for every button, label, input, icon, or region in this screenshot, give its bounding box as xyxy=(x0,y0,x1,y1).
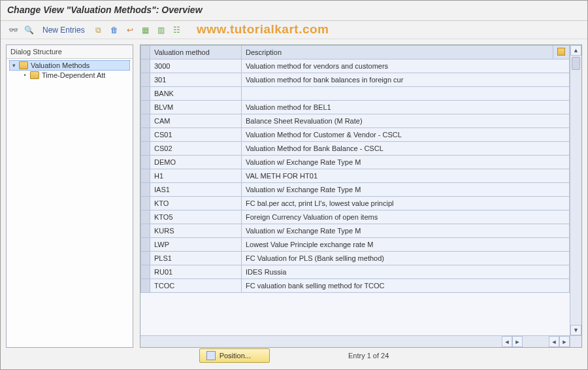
table-row[interactable]: CAMBalance Sheet Revaluation (M Rate) xyxy=(141,114,570,128)
row-selector[interactable] xyxy=(141,101,150,114)
cell-description[interactable]: Valuation Method for Bank Balance - CSCL xyxy=(242,142,570,156)
scroll-last-button[interactable]: ► xyxy=(559,336,570,347)
row-selector[interactable] xyxy=(141,252,150,265)
row-selector[interactable] xyxy=(141,128,150,142)
scroll-down-button[interactable]: ▼ xyxy=(570,325,581,335)
cell-method[interactable]: KTO xyxy=(150,197,242,210)
cell-method[interactable]: RU01 xyxy=(150,265,242,279)
cell-description[interactable]: Valuation w/ Exchange Rate Type M xyxy=(242,224,570,238)
cell-description[interactable]: Balance Sheet Revaluation (M Rate) xyxy=(242,114,570,128)
scroll-left-button[interactable]: ◄ xyxy=(502,336,512,347)
table-row[interactable]: RU01IDES Russia xyxy=(141,265,570,279)
table-row[interactable]: 3000Valuation method for vendors and cus… xyxy=(141,59,570,73)
main-content: Dialog Structure ▾ Valuation Methods • T… xyxy=(1,39,587,353)
print-icon[interactable]: ☷ xyxy=(171,24,183,36)
cell-description[interactable]: FC bal.per acct, print LI's, lowest valu… xyxy=(242,197,570,210)
cell-method[interactable]: CAM xyxy=(150,114,242,128)
scroll-up-button[interactable]: ▲ xyxy=(570,45,581,56)
scroll-right-button[interactable]: ► xyxy=(512,336,523,347)
column-header-method[interactable]: Valuation method xyxy=(150,46,242,59)
row-selector[interactable] xyxy=(141,142,150,156)
row-selector[interactable] xyxy=(141,73,150,87)
table-row[interactable]: KTO5Foreign Currency Valuation of open i… xyxy=(141,210,570,224)
column-header-description[interactable]: Description xyxy=(242,46,553,59)
row-selector[interactable] xyxy=(141,114,150,128)
row-selector[interactable] xyxy=(141,183,150,197)
cell-description[interactable]: FC valuation bank selling method for TCO… xyxy=(242,279,570,293)
delete-icon[interactable]: 🗑 xyxy=(108,24,120,36)
tree-node-label: Valuation Methods xyxy=(31,61,90,69)
table-row[interactable]: TCOCFC valuation bank selling method for… xyxy=(141,279,570,293)
find-icon[interactable]: 🔍 xyxy=(23,24,35,36)
cell-method[interactable]: TCOC xyxy=(150,279,242,293)
tree-node-valuation-methods[interactable]: ▾ Valuation Methods xyxy=(9,60,130,71)
cell-method[interactable]: BANK xyxy=(150,87,242,101)
copy-icon[interactable]: ⧉ xyxy=(93,24,105,36)
cell-method[interactable]: IAS1 xyxy=(150,183,242,197)
position-icon xyxy=(206,351,216,360)
row-selector[interactable] xyxy=(141,279,150,293)
vertical-scrollbar[interactable]: ▲ ▼ xyxy=(570,45,581,335)
row-selector-header[interactable] xyxy=(141,46,150,59)
cell-description[interactable]: Valuation w/ Exchange Rate Type M xyxy=(242,183,570,197)
table-row[interactable]: LWPLowest Value Principle exchange rate … xyxy=(141,238,570,252)
cell-method[interactable]: CS02 xyxy=(150,142,242,156)
table-row[interactable]: BLVMValuation method for BEL1 xyxy=(141,101,570,114)
cell-method[interactable]: LWP xyxy=(150,238,242,252)
cell-description[interactable]: Lowest Value Principle exchange rate M xyxy=(242,238,570,252)
cell-method[interactable]: BLVM xyxy=(150,101,242,114)
deselect-all-icon[interactable]: ▥ xyxy=(155,24,167,36)
cell-description[interactable]: Valuation method for bank balances in fo… xyxy=(242,73,570,87)
cell-description[interactable] xyxy=(242,87,570,101)
position-button[interactable]: Position... xyxy=(199,348,270,363)
cell-method[interactable]: KURS xyxy=(150,224,242,238)
cell-description[interactable]: Valuation w/ Exchange Rate Type M xyxy=(242,156,570,169)
row-selector[interactable] xyxy=(141,224,150,238)
cell-method[interactable]: PLS1 xyxy=(150,252,242,265)
cell-description[interactable]: Valuation method for BEL1 xyxy=(242,101,570,114)
horizontal-scrollbar[interactable]: ◄ ► ◄ ► xyxy=(140,335,570,347)
cell-method[interactable]: DEMO xyxy=(150,156,242,169)
table-row[interactable]: 301Valuation method for bank balances in… xyxy=(141,73,570,87)
new-entries-button[interactable]: New Entries xyxy=(39,24,89,36)
scroll-first-button[interactable]: ◄ xyxy=(549,336,559,347)
cell-description[interactable]: Foreign Currency Valuation of open items xyxy=(242,210,570,224)
table-row[interactable]: DEMOValuation w/ Exchange Rate Type M xyxy=(141,156,570,169)
row-selector[interactable] xyxy=(141,210,150,224)
cell-description[interactable]: Valuation Method for Customer & Vendor -… xyxy=(242,128,570,142)
table-row[interactable]: CS02Valuation Method for Bank Balance - … xyxy=(141,142,570,156)
table-config-button[interactable] xyxy=(553,46,570,59)
tree-node-time-dependent[interactable]: • Time-Dependent Att xyxy=(9,71,130,80)
row-selector[interactable] xyxy=(141,59,150,73)
cell-method[interactable]: 3000 xyxy=(150,59,242,73)
select-all-icon[interactable]: ▦ xyxy=(140,24,152,36)
table-row[interactable]: H1VAL METH FOR HT01 xyxy=(141,169,570,183)
cell-method[interactable]: CS01 xyxy=(150,128,242,142)
cell-description[interactable]: Valuation method for vendors and custome… xyxy=(242,59,570,73)
undo-icon[interactable]: ↩ xyxy=(124,24,136,36)
cell-method[interactable]: 301 xyxy=(150,73,242,87)
toggle-view-icon[interactable]: 👓 xyxy=(7,24,19,36)
scroll-track[interactable] xyxy=(570,56,581,325)
collapse-icon[interactable]: ▾ xyxy=(11,62,16,69)
table-row[interactable]: KTOFC bal.per acct, print LI's, lowest v… xyxy=(141,197,570,210)
table-row[interactable]: IAS1Valuation w/ Exchange Rate Type M xyxy=(141,183,570,197)
row-selector[interactable] xyxy=(141,265,150,279)
cell-description[interactable]: VAL METH FOR HT01 xyxy=(242,169,570,183)
row-selector[interactable] xyxy=(141,156,150,169)
row-selector[interactable] xyxy=(141,238,150,252)
cell-method[interactable]: KTO5 xyxy=(150,210,242,224)
table-scroll-area: Valuation method Description 3000Valuati… xyxy=(140,45,570,335)
row-selector[interactable] xyxy=(141,197,150,210)
scroll-thumb[interactable] xyxy=(572,57,580,70)
table-row[interactable]: KURSValuation w/ Exchange Rate Type M xyxy=(141,224,570,238)
table-row[interactable]: CS01Valuation Method for Customer & Vend… xyxy=(141,128,570,142)
table-row[interactable]: BANK xyxy=(141,87,570,101)
row-selector[interactable] xyxy=(141,87,150,101)
cell-description[interactable]: IDES Russia xyxy=(242,265,570,279)
page-title: Change View "Valuation Methods": Overvie… xyxy=(1,1,587,21)
row-selector[interactable] xyxy=(141,169,150,183)
cell-method[interactable]: H1 xyxy=(150,169,242,183)
cell-description[interactable]: FC Valuation for PLS (Bank selling metho… xyxy=(242,252,570,265)
table-row[interactable]: PLS1FC Valuation for PLS (Bank selling m… xyxy=(141,252,570,265)
